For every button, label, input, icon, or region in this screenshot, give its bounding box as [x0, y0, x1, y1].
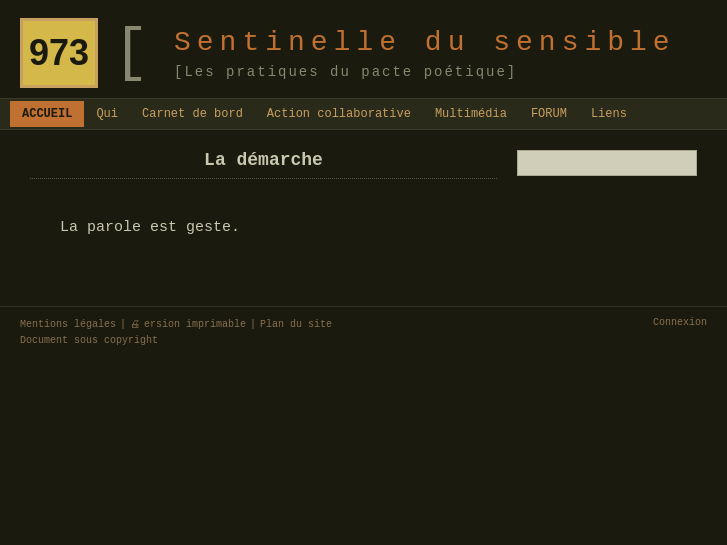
footer-printer-icon: 🖨	[130, 317, 140, 333]
footer-mentions-link[interactable]: Mentions légales	[20, 317, 116, 333]
page-body: La parole est geste.	[30, 199, 497, 246]
site-title: Sentinelle du sensible	[174, 27, 676, 58]
footer-right: Connexion	[653, 317, 707, 328]
nav-item-action-collaborative[interactable]: Action collaborative	[255, 101, 423, 127]
nav-item-liens[interactable]: Liens	[579, 101, 639, 127]
bracket-decoration: [	[113, 23, 149, 83]
footer-connexion-link[interactable]: Connexion	[653, 317, 707, 328]
header-text-block: Sentinelle du sensible [Les pratiques du…	[174, 27, 676, 80]
sidebar	[517, 150, 697, 246]
nav-item-qui[interactable]: Qui	[84, 101, 130, 127]
footer-sep: |	[120, 317, 126, 333]
logo-number: 973	[29, 32, 89, 74]
site-logo: 973	[20, 18, 98, 88]
main-nav: ACCUEIL Qui Carnet de bord Action collab…	[0, 98, 727, 130]
site-header: 973 [ Sentinelle du sensible [Les pratiq…	[0, 0, 727, 98]
title-divider	[30, 178, 497, 179]
footer-print-link[interactable]: ersion imprimable	[144, 317, 246, 333]
footer-left: Mentions légales | 🖨 ersion imprimable |…	[20, 317, 332, 349]
search-input[interactable]	[517, 150, 697, 176]
footer-line-1: Mentions légales | 🖨 ersion imprimable |…	[20, 317, 332, 333]
content-area: La démarche La parole est geste.	[30, 150, 497, 246]
nav-item-forum[interactable]: FORUM	[519, 101, 579, 127]
main-content: La démarche La parole est geste.	[0, 130, 727, 266]
site-subtitle: [Les pratiques du pacte poétique]	[174, 64, 676, 80]
footer-sep2: |	[250, 317, 256, 333]
footer-copyright: Document sous copyright	[20, 333, 332, 349]
footer-plan-link[interactable]: Plan du site	[260, 317, 332, 333]
page-title: La démarche	[30, 150, 497, 170]
nav-item-accueil[interactable]: ACCUEIL	[10, 101, 84, 127]
site-footer: Mentions légales | 🖨 ersion imprimable |…	[0, 306, 727, 359]
nav-item-multimedia[interactable]: Multimédia	[423, 101, 519, 127]
nav-item-carnet[interactable]: Carnet de bord	[130, 101, 255, 127]
